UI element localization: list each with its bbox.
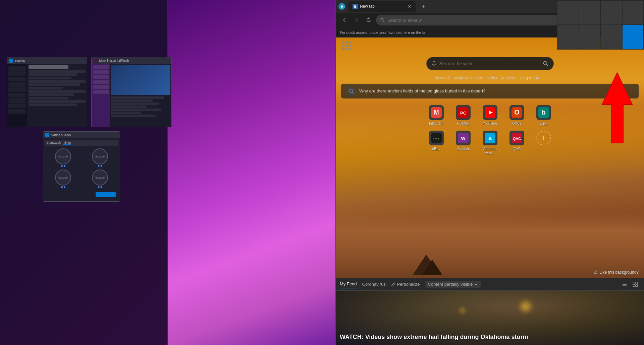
quick-link-yankees[interactable]: yankees: [501, 76, 516, 80]
ebay-label: eBay: [432, 147, 440, 151]
app-shortcut-wayfair[interactable]: W Wayfair: [451, 129, 475, 156]
tab-label: New tab: [360, 4, 375, 9]
news-card[interactable]: WATCH: Videos show extreme hail falling …: [336, 291, 644, 345]
svg-text:E: E: [354, 5, 357, 8]
app-shortcut-youtube[interactable]: YouTube: [478, 104, 502, 127]
amazon-icon: a: [483, 131, 497, 145]
alarm-dots-3: [45, 186, 81, 188]
pcmag-label: PCMag: [457, 121, 469, 125]
slack-screenshot-preview: [111, 65, 170, 95]
alarm-dot: [98, 186, 100, 188]
alarm-2: 00:01:00: [82, 148, 118, 167]
bing-question-card[interactable]: Why are there ancient fields of melted g…: [341, 84, 639, 98]
app-shortcut-ebay[interactable]: e B a y eBay: [424, 129, 448, 156]
alarm-dots-4: [82, 186, 118, 188]
alarms-add-btn[interactable]: [96, 192, 116, 197]
settings-content: [7, 64, 87, 127]
feed-list-view-button[interactable]: [620, 280, 629, 289]
settings-main-item: [29, 100, 86, 103]
svg-text:PC: PC: [460, 111, 466, 116]
alarms-mini-window[interactable]: Alarms & Clock Stopwatch Timer 00:01:00: [43, 131, 120, 202]
quick-link-firefox[interactable]: firefox: [486, 76, 497, 80]
svg-text:a: a: [488, 135, 492, 141]
settings-title: Settings: [14, 59, 25, 62]
svg-point-8: [349, 89, 353, 92]
slack-icon: [94, 59, 98, 63]
slack-mini-window[interactable]: Slack | jason | ZiffTech: [91, 57, 172, 127]
desert-dunes: [336, 211, 644, 278]
settings-main-item: [29, 83, 80, 86]
mic-icon[interactable]: [431, 61, 437, 66]
slack-msg: [111, 96, 164, 99]
browser-window: e E New tab ✕ + — □ ✕: [335, 0, 644, 345]
like-background-button[interactable]: Like this background?: [593, 270, 639, 275]
alarms-icon: [45, 133, 49, 137]
qvc-icon: QVC: [509, 131, 524, 145]
search-box[interactable]: [426, 57, 554, 70]
add-shortcut-button[interactable]: +: [532, 129, 556, 156]
settings-main-item: [29, 87, 63, 89]
feed-grid-view-button[interactable]: [631, 280, 640, 289]
tab-favicon: E: [353, 4, 358, 9]
chevron-down-icon: [474, 282, 478, 286]
pinned-tile[interactable]: [623, 1, 644, 24]
alarms-content: Stopwatch Timer 00:01:00 00:01:00: [43, 138, 120, 202]
app-shortcut-qvc[interactable]: QVC QVC: [505, 129, 529, 156]
settings-mini-window[interactable]: Settings: [7, 57, 87, 127]
news-thumbnail: WATCH: Videos show extreme hail falling …: [336, 291, 644, 345]
svg-text:e: e: [433, 137, 434, 140]
active-tab[interactable]: E New tab ✕: [348, 1, 416, 12]
app-shortcut-pcmag[interactable]: PC PCMag: [451, 104, 475, 127]
search-icon[interactable]: [543, 61, 549, 67]
ebay-icon: e B a y: [429, 131, 444, 145]
slack-content: [92, 64, 171, 127]
slack-title: Slack | jason | ZiffTech: [99, 59, 129, 62]
forward-button[interactable]: [352, 15, 361, 25]
refresh-button[interactable]: [364, 15, 373, 25]
feed-news-content[interactable]: WATCH: Videos show extreme hail falling …: [336, 291, 644, 345]
feed-tab-coronavirus[interactable]: Coronavirus: [362, 280, 386, 288]
quick-link-more[interactable]: ...: [543, 76, 546, 80]
slack-msg: [111, 106, 147, 108]
svg-text:O: O: [514, 109, 520, 116]
alarm-dot: [61, 165, 63, 167]
alarm-circle-1: 00:01:00: [55, 148, 71, 164]
alarm-dot: [98, 165, 100, 167]
new-tab-button[interactable]: +: [419, 2, 428, 11]
quick-link-bing-maps[interactable]: bing maps: [520, 76, 539, 80]
pinned-tile[interactable]: [601, 1, 622, 24]
settings-main-item: [29, 80, 86, 83]
settings-sidebar-item: [8, 104, 26, 108]
grid-dot: [349, 48, 351, 50]
youtube-label: YouTube: [483, 121, 497, 125]
app-shortcut-bing[interactable]: b Bing: [532, 104, 556, 127]
waffle-button[interactable]: [341, 40, 352, 51]
alarm-dots-1: [45, 165, 81, 167]
pinned-tile[interactable]: [579, 1, 600, 24]
settings-main-title: [29, 65, 68, 69]
quick-link-windows-insider[interactable]: windows insider: [454, 76, 482, 80]
svg-point-2: [381, 18, 383, 21]
feed-tab-content-visible[interactable]: Content partially visible: [425, 281, 481, 288]
grid-dot: [346, 45, 348, 47]
tab-close-button[interactable]: ✕: [408, 4, 412, 9]
alarm-circle-3: 00:03:00: [55, 169, 71, 186]
quick-link-microsoft[interactable]: microsoft: [433, 76, 450, 80]
app-shortcuts-grid: M Inbox (5) PC PCMag YouTube: [336, 100, 644, 160]
slack-msg: [111, 109, 161, 111]
wayfair-label: Wayfair: [457, 147, 469, 151]
alarms-titlebar: Alarms & Clock: [43, 132, 120, 138]
bing-question-text: Why are there ancient fields of melted g…: [359, 88, 485, 94]
app-shortcut-inbox[interactable]: M Inbox (5): [424, 104, 448, 127]
feed-tab-my-feed[interactable]: My Feed: [340, 280, 357, 288]
back-button[interactable]: [340, 15, 349, 25]
settings-sidebar-item: [8, 66, 26, 71]
web-search-input[interactable]: [439, 61, 540, 66]
feed-tab-personalize[interactable]: Personalize: [391, 282, 420, 287]
app-shortcut-office[interactable]: O Office: [505, 104, 529, 127]
app-shortcut-amazon[interactable]: a Amazon Assi...: [478, 129, 502, 156]
search-icon-small: [380, 18, 385, 22]
mini-window-row-2: Alarms & Clock Stopwatch Timer 00:01:00: [7, 131, 172, 202]
svg-rect-35: [633, 282, 635, 284]
pinned-tile[interactable]: [557, 1, 579, 24]
